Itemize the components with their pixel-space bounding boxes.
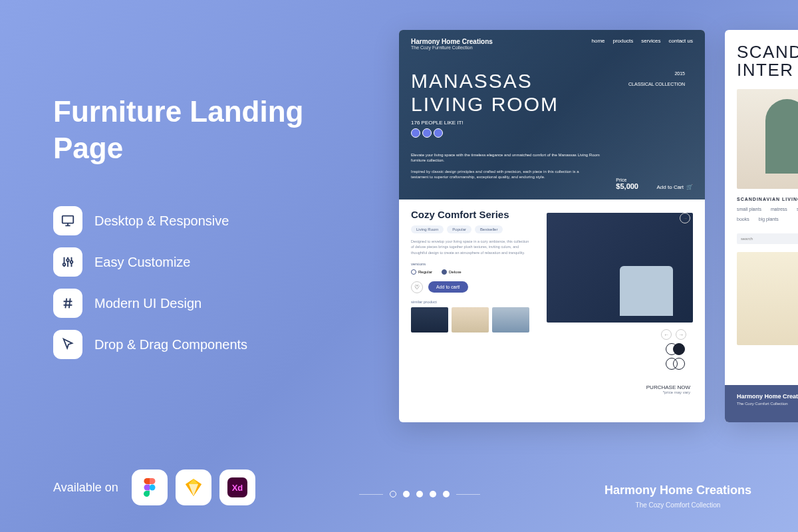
xd-icon[interactable]: Xd [219,469,255,505]
dot-1[interactable] [390,491,396,497]
monitor-icon [53,206,82,235]
tag[interactable]: matress [771,207,787,211]
hero-title: MANASSASLIVING ROOM [411,70,693,116]
search-input[interactable]: search [737,233,798,244]
logo-circles [670,343,685,372]
brand-sub: The Cozy Furniture Collection [411,45,693,50]
svg-point-4 [149,485,155,491]
tag-bestseller[interactable]: Bestseller [475,225,503,233]
svg-point-2 [66,259,69,261]
product-image [547,213,693,323]
card2-image-2 [737,252,798,345]
figma-icon[interactable] [132,469,168,505]
sliders-icon [53,247,82,277]
footer-brand: Harmony Home Creations The Cozy Comfort … [604,483,751,509]
card2-title: SCANDINTER [725,30,798,80]
add-cart-button[interactable]: Add to cart! [428,281,468,293]
preview-card-1: Harmony Home Creations The Cozy Furnitur… [399,30,705,422]
nav-menu: home products services contact us [591,38,693,44]
likes-count: 176 PEOPLE LIKE IT! [411,120,693,126]
svg-rect-0 [63,216,74,223]
tag-popular[interactable]: Popular [447,225,471,233]
page-title: Furniture Landing Page [53,93,366,166]
sketch-icon[interactable] [176,469,211,505]
thumb-2[interactable] [452,307,489,332]
tag[interactable]: books [737,217,749,221]
price-block: Price$5,000 [616,178,638,190]
cart-icon: 🛒 [686,184,693,190]
nav-contact[interactable]: contact us [669,38,693,44]
hash-icon [53,289,82,318]
card2-image-1 [737,89,798,189]
feature-ui: Modern UI Design [53,289,366,318]
feature-label: Easy Customize [94,255,191,270]
nav-products[interactable]: products [613,38,634,44]
next-arrow-icon[interactable]: → [676,329,686,340]
card2-tags: small plants matress shelves chair books… [725,201,798,227]
hero-section: Harmony Home Creations The Cozy Furnitur… [399,30,705,200]
card2-footer: Harmony Home Creations The Cozy Comfort … [725,385,798,422]
cozy-desc: Designed to envelop your living space in… [411,239,531,255]
nav-services[interactable]: services [641,38,660,44]
svg-point-3 [70,261,73,263]
radio-regular[interactable]: Regular [411,269,432,275]
dot-4[interactable] [430,491,436,497]
feature-label: Desktop & Responsive [94,213,229,229]
thumb-3[interactable] [492,307,529,332]
svg-point-1 [63,263,66,266]
thumb-1[interactable] [411,307,448,332]
avatars [411,128,693,138]
hero-desc-2: Inspired by classic design principles an… [411,169,584,180]
feature-customize: Easy Customize [53,247,366,277]
feature-label: Drop & Drag Components [94,337,247,352]
cursor-icon [53,330,82,359]
preview-card-2: SCANDINTER SCANDINAVIAN LIVING ROOM → sm… [725,30,798,422]
feature-desktop: Desktop & Responsive [53,206,366,235]
hero-collection: CLASSICAL COLLECTION [628,82,685,86]
tag[interactable]: big plants [759,217,779,221]
feature-label: Modern UI Design [94,296,201,311]
prev-arrow-icon[interactable]: ← [661,329,672,340]
feature-dragdrop: Drop & Drag Components [53,330,366,359]
dot-2[interactable] [403,491,410,497]
hero-year: 2015 [674,71,685,76]
add-cart-button[interactable]: Add to Cart🛒 [657,184,693,190]
purchase-text: PURCHASE NOW*price may vary [646,384,690,394]
tag[interactable]: small plants [737,207,761,211]
radio-deluxe[interactable]: Deluxe [442,269,462,275]
hero-desc: Elevate your living space with the timel… [411,152,604,164]
available-label: Available on [53,481,118,495]
nav-home[interactable]: home [591,38,604,44]
dot-3[interactable] [416,491,423,497]
svg-text:Xd: Xd [231,483,243,493]
tag-living[interactable]: Living Room [411,225,444,233]
available-section: Available on Xd [53,469,366,505]
pagination-dots [359,491,480,497]
dot-5[interactable] [443,491,450,497]
features-list: Desktop & Responsive Easy Customize Mode… [53,206,366,359]
favorite-button[interactable]: ♡ [411,281,423,293]
go-arrow-icon[interactable]: → [680,213,690,223]
card2-label: SCANDINAVIAN LIVING ROOM [725,189,798,201]
